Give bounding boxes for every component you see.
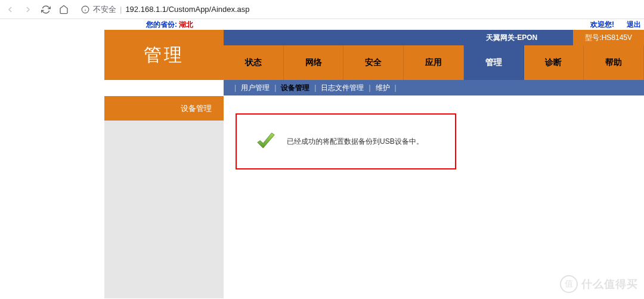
- sidebar: 设备管理: [104, 95, 224, 298]
- subnav-item-1[interactable]: 设备管理: [281, 83, 309, 93]
- sidebar-title[interactable]: 设备管理: [104, 95, 224, 121]
- header: 管理 天翼网关-EPON 型号: HS8145V 状态网络安全应用管理诊断帮助: [104, 30, 644, 80]
- subnav-item-2[interactable]: 日志文件管理: [321, 83, 364, 93]
- province-value: 湖北: [179, 20, 193, 29]
- check-icon: [255, 130, 277, 153]
- welcome-text: 欢迎您!: [590, 20, 614, 30]
- main-content: 已经成功的将配置数据备份到USB设备中。: [224, 95, 644, 298]
- page-title-block: 管理: [104, 30, 224, 80]
- gateway-name: 天翼网关-EPON: [486, 33, 537, 43]
- back-button[interactable]: [5, 4, 16, 15]
- content-row: 设备管理 已经成功的将配置数据备份到USB设备中。: [104, 95, 644, 298]
- address-bar[interactable]: 不安全 | 192.168.1.1/CustomApp/Aindex.asp: [81, 4, 250, 15]
- nav-tab-1[interactable]: 网络: [284, 45, 344, 80]
- forward-button[interactable]: [23, 4, 33, 15]
- nav-tab-5[interactable]: 诊断: [524, 45, 584, 80]
- nav-tab-0[interactable]: 状态: [224, 45, 284, 80]
- url-text: 192.168.1.1/CustomApp/Aindex.asp: [125, 5, 249, 14]
- success-message-box: 已经成功的将配置数据备份到USB设备中。: [236, 113, 456, 169]
- nav-tab-6[interactable]: 帮助: [584, 45, 644, 80]
- info-bar: 天翼网关-EPON 型号: HS8145V: [224, 30, 644, 45]
- nav-tab-3[interactable]: 应用: [404, 45, 464, 80]
- top-strip: 您的省份: 湖北 欢迎您! 退出: [104, 19, 644, 30]
- nav-tab-4[interactable]: 管理: [464, 45, 524, 80]
- province-label: 您的省份:: [146, 20, 177, 29]
- watermark-text: 什么值得买: [581, 277, 638, 291]
- subnav-item-0[interactable]: 用户管理: [241, 83, 270, 93]
- logout-link[interactable]: 退出: [627, 20, 641, 30]
- main-nav: 状态网络安全应用管理诊断帮助: [224, 45, 644, 80]
- sub-nav: |用户管理|设备管理|日志文件管理|维护|: [224, 80, 644, 95]
- watermark-badge: 值: [560, 275, 578, 293]
- browser-toolbar: 不安全 | 192.168.1.1/CustomApp/Aindex.asp: [0, 0, 644, 19]
- success-message-text: 已经成功的将配置数据备份到USB设备中。: [287, 137, 423, 147]
- watermark: 值 什么值得买: [560, 275, 638, 293]
- model-badge: 型号: HS8145V: [573, 30, 644, 45]
- reload-button[interactable]: [41, 4, 51, 15]
- subnav-item-3[interactable]: 维护: [376, 83, 390, 93]
- page-title: 管理: [144, 43, 184, 67]
- info-icon: [81, 5, 89, 14]
- nav-tab-2[interactable]: 安全: [343, 45, 404, 80]
- home-button[interactable]: [58, 4, 69, 15]
- security-label: 不安全: [93, 4, 116, 15]
